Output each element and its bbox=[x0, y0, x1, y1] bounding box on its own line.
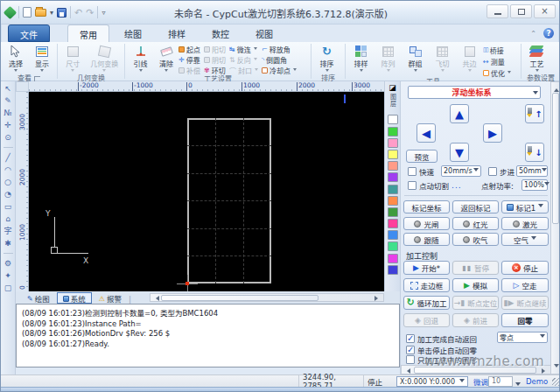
settings-tool-icon[interactable]: ⚙ bbox=[3, 259, 14, 268]
fast-speed-select[interactable]: 20mm/s bbox=[441, 165, 481, 177]
text-tool-icon[interactable]: 字 bbox=[3, 227, 14, 235]
clear-button[interactable]: 清除 bbox=[154, 43, 178, 74]
layer-color-swatch[interactable] bbox=[388, 172, 398, 182]
redo-icon[interactable]: ↷ bbox=[86, 8, 94, 18]
arc-tool-icon[interactable]: ◠ bbox=[3, 165, 14, 174]
breakpoint-continue-button[interactable]: ▮▶断点继续 bbox=[501, 296, 549, 310]
display-button[interactable]: 显示 bbox=[29, 43, 55, 74]
scrollbar-thumb[interactable] bbox=[552, 93, 559, 224]
dropdown-caret-icon[interactable] bbox=[254, 47, 257, 52]
group-button[interactable]: 群组 bbox=[402, 43, 429, 77]
jog-right-button[interactable]: ▶ bbox=[483, 123, 502, 143]
wand-tool-icon[interactable]: ✦ bbox=[3, 271, 14, 280]
measure-button[interactable]: ↔测量 bbox=[483, 57, 511, 66]
mark1-select-button[interactable]: 标记1 bbox=[501, 200, 549, 214]
start-button[interactable]: ▶开始* bbox=[403, 261, 450, 275]
size-button[interactable]: 尺寸 bbox=[60, 43, 87, 74]
canvas-horizontal-scrollbar[interactable] bbox=[150, 293, 384, 302]
polygon-tool-icon[interactable]: ⌂ bbox=[3, 214, 14, 223]
machine-position-select[interactable]: X:0.000 Y:0.000 bbox=[396, 376, 468, 387]
scroll-left-icon[interactable] bbox=[404, 368, 410, 374]
dock-button[interactable]: ✛停靠 bbox=[178, 55, 200, 64]
fast-speed-checkbox[interactable]: 快速 bbox=[408, 166, 434, 177]
tab-nest[interactable]: 排样 bbox=[157, 24, 197, 42]
tab-drawing-log[interactable]: ✎ 绘图 bbox=[21, 292, 56, 304]
lead-line-button[interactable]: 引线 bbox=[127, 43, 154, 74]
line-tool-icon[interactable]: ╱ bbox=[3, 153, 14, 162]
follow-toggle-button[interactable]: 跟随 bbox=[403, 233, 450, 246]
pie-tool-icon[interactable]: ◔ bbox=[3, 190, 14, 199]
jog-cut-checkbox[interactable]: 点动切割 ... bbox=[408, 180, 462, 191]
trace-frame-button[interactable]: 走边框 bbox=[403, 278, 450, 292]
step-back-button[interactable]: ◈回退 bbox=[403, 313, 450, 327]
layer-color-swatch[interactable] bbox=[388, 265, 398, 275]
red-light-toggle-button[interactable]: 红光 bbox=[452, 217, 499, 230]
tab-home[interactable]: 常用 bbox=[67, 24, 109, 42]
coordinate-system-select[interactable]: 浮动坐标系 bbox=[408, 86, 541, 99]
jog-cut-more-link[interactable]: ... bbox=[452, 181, 462, 190]
compensation-button[interactable]: 补偿 bbox=[178, 66, 200, 74]
close-button[interactable]: × bbox=[534, 4, 556, 18]
scroll-down-icon[interactable] bbox=[554, 364, 559, 370]
bridge-button[interactable]: ▯▯桥接 bbox=[483, 46, 511, 54]
breakpoint-locate-button[interactable]: →▮断点定位 bbox=[452, 296, 499, 310]
follow-down-button[interactable]: ↓ bbox=[525, 143, 544, 162]
blow-toggle-button[interactable]: 吹气 bbox=[452, 233, 499, 246]
layer-color-swatch[interactable] bbox=[388, 161, 398, 171]
drawing-canvas[interactable]: Y X bbox=[29, 92, 384, 291]
return-to-mark-button[interactable]: 返回标记 bbox=[452, 200, 499, 214]
follow-up-button[interactable]: ↑ bbox=[525, 104, 544, 123]
undo-icon[interactable]: ↶ bbox=[74, 8, 82, 18]
laser-toggle-button[interactable]: 激光 bbox=[501, 217, 549, 230]
fillet-button[interactable]: ◝倒圆角 bbox=[262, 55, 297, 64]
flycut-button[interactable]: 飞切 bbox=[429, 43, 456, 77]
burst-power-select[interactable]: 100% bbox=[522, 179, 548, 191]
tab-file[interactable]: 文件 bbox=[8, 24, 50, 42]
dry-run-button[interactable]: ▷空走 bbox=[501, 278, 549, 292]
shutter-toggle-button[interactable]: 光闸 bbox=[403, 217, 450, 230]
layer-color-swatch[interactable] bbox=[388, 230, 398, 240]
layer-eraser-icon[interactable]: ◪ bbox=[388, 83, 396, 92]
step-forward-button[interactable]: ◈前进 bbox=[452, 313, 499, 327]
layer-color-swatch[interactable] bbox=[388, 242, 398, 251]
scroll-left-icon[interactable] bbox=[153, 296, 159, 301]
layer-color-swatch[interactable] bbox=[388, 254, 398, 263]
start-point-button[interactable]: 起点 bbox=[178, 45, 200, 53]
tab-draw[interactable]: 绘图 bbox=[113, 24, 153, 42]
return-target-select[interactable]: 零点 bbox=[497, 332, 548, 343]
fine-tune-input[interactable]: 10 bbox=[488, 376, 513, 387]
open-dropdown-caret-icon[interactable]: ▾ bbox=[50, 9, 53, 17]
layer-color-swatch[interactable] bbox=[388, 115, 398, 124]
cooling-point-button[interactable]: 冷却点 bbox=[262, 66, 297, 74]
tab-nc[interactable]: 数控 bbox=[200, 24, 241, 42]
geometry-transform-button[interactable]: 几何变换 bbox=[87, 43, 122, 74]
nest-button[interactable]: 排样 bbox=[347, 43, 374, 77]
zoom-tool-icon[interactable]: ⊙ bbox=[3, 133, 14, 142]
jog-left-button[interactable]: ◀ bbox=[416, 123, 436, 143]
ring-cut-button[interactable]: ✾环切 bbox=[204, 66, 226, 74]
loop-processing-button[interactable]: ↻循环加工 bbox=[403, 296, 450, 310]
jog-down-button[interactable]: ▼ bbox=[450, 143, 469, 162]
preview-button[interactable]: 预览 bbox=[406, 150, 438, 163]
tab-system-log[interactable]: 系统 bbox=[57, 292, 92, 304]
tab-alarm-log[interactable]: ⚠ 报警 bbox=[93, 292, 128, 304]
inner-cut-button[interactable]: 阴切 bbox=[204, 55, 226, 64]
reverse-button[interactable]: ⇅反向 bbox=[229, 55, 258, 64]
craft-params-button[interactable]: 工艺 bbox=[523, 43, 550, 74]
optimize-button[interactable]: 优化 bbox=[483, 68, 511, 77]
layer-color-swatch[interactable] bbox=[388, 196, 398, 206]
outer-cut-button[interactable]: 阳切 bbox=[204, 45, 226, 53]
return-home-button[interactable]: 回零 bbox=[501, 313, 549, 327]
tab-view[interactable]: 视图 bbox=[244, 24, 284, 42]
sort-button[interactable]: ↻ 排序 bbox=[313, 43, 340, 74]
pause-button[interactable]: ▮▮暂停 bbox=[452, 261, 499, 275]
layer-color-swatch[interactable] bbox=[388, 207, 398, 217]
new-file-icon[interactable] bbox=[23, 7, 32, 18]
customize-toolbar-caret-icon[interactable]: ▿ bbox=[102, 9, 105, 17]
step-checkbox[interactable]: 步进 bbox=[488, 166, 514, 177]
jog-up-button[interactable]: ▲ bbox=[450, 104, 469, 123]
auto-return-checkbox[interactable]: 加工完成自动返回 bbox=[406, 333, 477, 344]
layer-color-swatch[interactable] bbox=[388, 185, 398, 194]
micro-joint-button[interactable]: ↹微连 bbox=[229, 45, 258, 53]
resize-grip[interactable] bbox=[552, 378, 560, 386]
